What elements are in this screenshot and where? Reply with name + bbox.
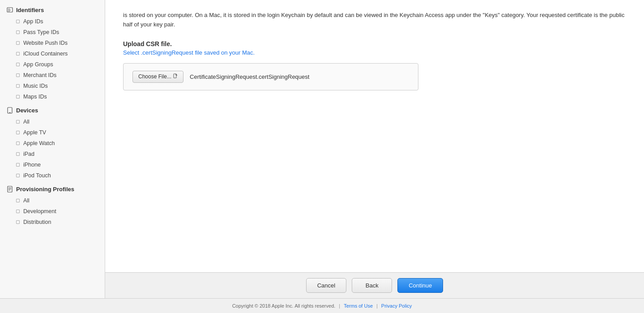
- website-push-ids-label: Website Push IDs: [23, 40, 68, 46]
- bullet-icon: [16, 220, 20, 224]
- sidebar-item-ipod-touch[interactable]: iPod Touch: [0, 170, 105, 181]
- sidebar-section-profiles: Provisioning Profiles All Development Di…: [0, 183, 105, 227]
- continue-button[interactable]: Continue: [397, 278, 443, 293]
- merchant-ids-label: Merchant IDs: [23, 72, 56, 78]
- bullet-icon: [16, 63, 20, 66]
- bullet-icon: [16, 95, 20, 99]
- file-name: CertificateSigningRequest.certSigningReq…: [190, 73, 309, 80]
- bullet-icon: [16, 52, 20, 56]
- distribution-label: Distribution: [23, 219, 51, 225]
- bullet-icon: [16, 131, 20, 134]
- identifiers-label: Identifiers: [16, 7, 44, 13]
- id-icon: [6, 6, 13, 13]
- bullet-icon: [16, 152, 20, 156]
- sidebar-item-app-ids[interactable]: App IDs: [0, 16, 105, 27]
- development-label: Development: [23, 208, 56, 214]
- app-groups-label: App Groups: [23, 61, 53, 68]
- icloud-containers-label: iCloud Containers: [23, 51, 68, 57]
- apple-watch-label: Apple Watch: [23, 140, 55, 146]
- main-layout: Identifiers App IDs Pass Type IDs Websit…: [0, 0, 644, 298]
- profiles-label: Provisioning Profiles: [16, 186, 74, 193]
- sidebar-item-apple-watch[interactable]: Apple Watch: [0, 138, 105, 149]
- all-devices-label: All: [23, 119, 30, 125]
- upload-subtitle-suffix: file saved on your Mac.: [193, 49, 255, 56]
- music-ids-label: Music IDs: [23, 83, 48, 89]
- upload-subtitle: Select .certSigningRequest file saved on…: [123, 49, 626, 56]
- bullet-icon: [16, 30, 20, 34]
- apple-tv-label: Apple TV: [23, 129, 46, 136]
- profile-icon: [6, 185, 13, 193]
- page-footer: Copyright © 2018 Apple Inc. All rights r…: [0, 298, 644, 313]
- bullet-icon: [16, 141, 20, 145]
- choose-file-button[interactable]: Choose File...: [132, 71, 183, 83]
- bullet-icon: [16, 210, 20, 213]
- sidebar-item-apple-tv[interactable]: Apple TV: [0, 127, 105, 138]
- bullet-icon: [16, 174, 20, 177]
- sidebar-section-header-identifiers: Identifiers: [0, 4, 105, 16]
- separator2: |: [376, 303, 378, 309]
- bullet-icon: [16, 199, 20, 202]
- maps-ids-label: Maps IDs: [23, 94, 47, 100]
- sidebar-item-distribution[interactable]: Distribution: [0, 217, 105, 227]
- sidebar-item-app-groups[interactable]: App Groups: [0, 59, 105, 70]
- copyright-text: Copyright © 2018 Apple Inc. All rights r…: [232, 303, 336, 309]
- cancel-button[interactable]: Cancel: [306, 278, 346, 293]
- bullet-icon: [16, 20, 20, 23]
- device-icon: [6, 107, 13, 114]
- content-area: is stored on your computer. On a Mac, it…: [105, 0, 644, 298]
- sidebar-section-header-devices: Devices: [0, 104, 105, 116]
- app-ids-label: App IDs: [23, 18, 43, 25]
- upload-subtitle-link: .certSigningRequest: [141, 49, 193, 56]
- intro-text: is stored on your computer. On a Mac, it…: [123, 11, 626, 30]
- separator: |: [339, 303, 340, 309]
- bullet-icon: [16, 73, 20, 77]
- content-body: is stored on your computer. On a Mac, it…: [105, 0, 644, 272]
- terms-link[interactable]: Terms of Use: [344, 303, 373, 309]
- file-upload-box: Choose File... CertificateSigningRequest…: [123, 63, 418, 90]
- bullet-icon: [16, 120, 20, 124]
- devices-label: Devices: [16, 107, 38, 114]
- sidebar-item-music-ids[interactable]: Music IDs: [0, 81, 105, 91]
- bullet-icon: [16, 163, 20, 167]
- sidebar-item-development[interactable]: Development: [0, 206, 105, 217]
- sidebar-section-devices: Devices All Apple TV Apple Watch iPad iP…: [0, 104, 105, 181]
- ipad-label: iPad: [23, 151, 34, 157]
- upload-title: Upload CSR file.: [123, 40, 626, 47]
- upload-section: Upload CSR file. Select .certSigningRequ…: [123, 40, 626, 90]
- bullet-icon: [16, 41, 20, 45]
- sidebar-item-merchant-ids[interactable]: Merchant IDs: [0, 70, 105, 81]
- sidebar-item-website-push-ids[interactable]: Website Push IDs: [0, 38, 105, 48]
- back-button[interactable]: Back: [352, 278, 392, 293]
- pass-type-ids-label: Pass Type IDs: [23, 29, 59, 35]
- ipod-touch-label: iPod Touch: [23, 172, 51, 179]
- iphone-label: iPhone: [23, 162, 41, 168]
- file-icon: [173, 73, 178, 80]
- sidebar-item-iphone[interactable]: iPhone: [0, 159, 105, 170]
- sidebar-item-pass-type-ids[interactable]: Pass Type IDs: [0, 27, 105, 38]
- bullet-icon: [16, 84, 20, 88]
- sidebar: Identifiers App IDs Pass Type IDs Websit…: [0, 0, 105, 298]
- sidebar-item-all-profiles[interactable]: All: [0, 195, 105, 206]
- sidebar-item-all-devices[interactable]: All: [0, 116, 105, 127]
- choose-file-label: Choose File...: [138, 73, 171, 80]
- sidebar-section-header-profiles: Provisioning Profiles: [0, 183, 105, 195]
- privacy-link[interactable]: Privacy Policy: [381, 303, 412, 309]
- upload-subtitle-prefix: Select: [123, 49, 141, 56]
- footer-bar: Cancel Back Continue: [105, 272, 644, 298]
- sidebar-section-identifiers: Identifiers App IDs Pass Type IDs Websit…: [0, 4, 105, 102]
- sidebar-item-ipad[interactable]: iPad: [0, 149, 105, 159]
- sidebar-item-icloud-containers[interactable]: iCloud Containers: [0, 48, 105, 59]
- sidebar-item-maps-ids[interactable]: Maps IDs: [0, 91, 105, 102]
- all-profiles-label: All: [23, 197, 30, 204]
